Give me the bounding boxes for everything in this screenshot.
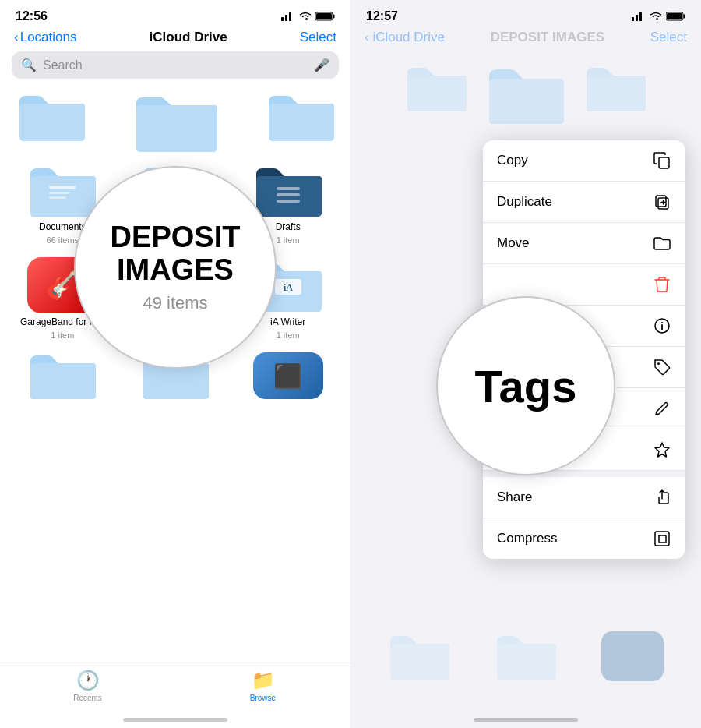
left-phone: 12:56 ‹ Locations iCloud Drive [0,0,350,728]
tags-circle-text: Tags [474,360,576,412]
right-bottom-folders [350,631,701,681]
folder-bottom-1-icon [27,352,97,399]
tab-browse[interactable]: 📁 Browse [175,670,350,702]
locations-back-button[interactable]: ‹ Locations [14,30,76,45]
menu-item-share[interactable]: Share [483,477,685,518]
svg-rect-0 [281,17,284,21]
deposit-images-overlay: DEPOSITIMAGES 49 items [74,166,277,369]
star-icon [653,440,671,459]
folder-drafts-sublabel: 1 item [277,235,300,245]
folder-ia-writer-2-label: iA Writer [270,316,305,327]
svg-rect-35 [587,76,646,111]
top-folder-3 [265,88,335,143]
svg-rect-32 [684,15,685,19]
right-home-indicator [474,718,578,722]
left-status-icons [281,12,335,21]
copy-icon [653,151,671,170]
svg-rect-28 [636,15,638,21]
right-bg-folder-center [487,63,565,125]
right-status-bar: 12:57 [350,0,701,27]
info-icon [653,316,671,335]
menu-item-duplicate[interactable]: Duplicate [483,182,685,223]
right-folder-area [350,51,701,137]
svg-rect-5 [333,15,335,19]
folder-ia-writer-2-sublabel: 1 item [277,330,300,340]
svg-rect-48 [601,631,664,681]
svg-rect-2 [289,12,291,21]
duplicate-label: Duplicate [497,194,552,210]
signal-icon [281,12,295,21]
chevron-left-icon: ‹ [14,30,19,45]
move-icon [653,234,671,253]
search-placeholder: Search [43,58,308,72]
right-bg-folder-3 [584,63,646,113]
copy-label: Copy [497,153,528,168]
browse-icon: 📁 [252,670,275,691]
svg-rect-33 [407,76,467,111]
folder-documents-label: Documents [39,221,86,232]
right-signal-icon [632,12,646,21]
tag-icon [653,358,671,376]
folder-drafts-label: Drafts [276,221,301,232]
share-label: Share [497,489,532,505]
svg-rect-31 [667,13,682,19]
svg-rect-18 [277,200,300,203]
wifi-icon [299,12,312,21]
menu-item-move[interactable]: Move [483,223,685,264]
folder-bottom-1[interactable] [12,352,114,399]
svg-rect-7 [136,105,217,152]
svg-rect-6 [19,104,85,141]
tab-recents[interactable]: 🕐 Recents [0,670,175,702]
browse-label: Browse [250,694,276,702]
right-nav-action: Select [650,30,687,45]
folder-garageband-sublabel: 1 item [51,330,74,340]
right-bottom-folder-1 [388,631,450,681]
locations-label: Locations [20,30,77,45]
battery-icon [315,12,335,21]
svg-rect-12 [49,196,66,199]
folder-bottom-3[interactable]: ⬛ [237,352,339,399]
trash-icon [653,275,671,294]
right-nav-back: ‹ iCloud Drive [365,30,445,45]
svg-point-43 [661,322,663,323]
top-folder-center [132,88,218,154]
folder-documents-sublabel: 66 items [47,235,79,245]
pencil-icon [653,399,671,418]
search-bar[interactable]: 🔍 Search 🎤 [12,51,339,79]
menu-item-copy[interactable]: Copy [483,140,685,182]
recents-label: Recents [73,694,102,702]
select-button[interactable]: Select [300,30,336,45]
top-folder-row [12,88,339,154]
svg-rect-36 [659,157,669,168]
svg-rect-45 [655,532,669,546]
svg-rect-10 [49,186,76,189]
mic-icon[interactable]: 🎤 [314,58,329,72]
circle-main-text: DEPOSITIMAGES [111,221,241,287]
svg-rect-46 [390,644,449,680]
right-bottom-folder-3 [601,631,664,681]
svg-rect-27 [632,17,634,21]
svg-point-44 [657,362,660,365]
keynote-icon: ⬛ [273,362,302,390]
move-label: Move [497,235,530,251]
left-home-indicator [123,718,227,722]
svg-rect-38 [656,196,666,207]
svg-rect-25 [30,363,96,399]
svg-rect-47 [497,644,556,680]
duplicate-icon [653,193,671,211]
right-time: 12:57 [366,9,398,23]
svg-rect-34 [489,79,564,124]
right-wifi-icon [650,12,662,21]
nav-title: iCloud Drive [150,30,227,45]
tags-overlay: Tags [436,296,615,475]
svg-text:iA: iA [284,282,293,293]
right-bg-folder-1 [405,63,467,113]
folder-drafts-icon [253,162,323,218]
circle-sub-text: 49 items [143,293,207,313]
search-icon: 🔍 [21,58,37,72]
left-time: 12:56 [16,9,48,23]
right-battery-icon [666,12,685,21]
right-bottom-folder-2 [495,631,557,681]
recents-icon: 🕐 [76,670,100,691]
menu-item-compress[interactable]: Compress [483,518,685,559]
